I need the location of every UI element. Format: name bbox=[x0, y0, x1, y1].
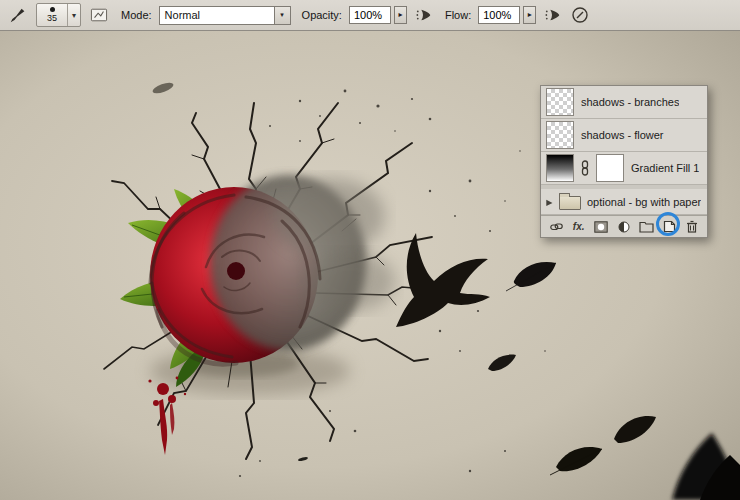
layer-thumbnail[interactable] bbox=[546, 88, 574, 116]
flow-input[interactable] bbox=[478, 6, 520, 24]
brush-tool-icon[interactable] bbox=[7, 4, 29, 26]
layer-name: Gradient Fill 1 bbox=[631, 162, 699, 174]
brush-preset-arrow-icon[interactable]: ▾ bbox=[67, 4, 80, 26]
toggle-brushes-panel-button[interactable] bbox=[88, 5, 110, 25]
brush-preset-picker[interactable]: 35 ▾ bbox=[36, 3, 81, 27]
brush-size-value: 35 bbox=[47, 14, 57, 23]
opacity-label: Opacity: bbox=[302, 9, 342, 21]
mode-label: Mode: bbox=[121, 9, 152, 21]
new-layer-button[interactable] bbox=[660, 219, 678, 235]
layer-row-gradient-fill[interactable]: Gradient Fill 1 bbox=[541, 152, 707, 185]
layers-panel: shadows - branches shadows - flower Grad… bbox=[540, 85, 708, 238]
tablet-pressure-icon[interactable] bbox=[570, 6, 590, 24]
layer-styles-button[interactable]: fx. bbox=[570, 219, 588, 235]
layer-mask-link-icon[interactable] bbox=[581, 160, 589, 176]
blend-mode-select[interactable]: Normal ▾ bbox=[159, 6, 291, 25]
flow-label: Flow: bbox=[445, 9, 471, 21]
expand-group-icon[interactable]: ▶ bbox=[546, 197, 552, 206]
blend-mode-value: Normal bbox=[165, 9, 200, 21]
layer-mask-thumbnail[interactable] bbox=[596, 154, 624, 182]
airbrush-flow-icon[interactable] bbox=[543, 6, 563, 24]
new-adjustment-layer-button[interactable] bbox=[615, 219, 633, 235]
brush-tip-icon bbox=[50, 7, 55, 12]
layer-thumbnail[interactable] bbox=[546, 121, 574, 149]
gradient-fill-thumbnail[interactable] bbox=[546, 154, 574, 182]
link-layers-button[interactable] bbox=[547, 219, 565, 235]
delete-layer-button[interactable] bbox=[683, 219, 701, 235]
brush-preview: 35 bbox=[37, 4, 67, 26]
group-folder-icon bbox=[559, 196, 581, 210]
layer-name: shadows - flower bbox=[581, 129, 664, 141]
layer-name: shadows - branches bbox=[581, 96, 679, 108]
add-layer-mask-button[interactable] bbox=[592, 219, 610, 235]
flow-slider-arrow-icon[interactable]: ▸ bbox=[523, 6, 536, 24]
chevron-down-icon[interactable]: ▾ bbox=[274, 7, 290, 24]
airbrush-opacity-icon[interactable] bbox=[414, 6, 434, 24]
opacity-slider-arrow-icon[interactable]: ▸ bbox=[394, 6, 407, 24]
layer-row-shadows-branches[interactable]: shadows - branches bbox=[541, 86, 707, 119]
layer-group-row-optional-bg[interactable]: ▶ optional - bg with paper bbox=[541, 189, 707, 215]
new-group-button[interactable] bbox=[638, 219, 656, 235]
layer-group-name: optional - bg with paper bbox=[587, 196, 701, 208]
opacity-input[interactable] bbox=[349, 6, 391, 24]
layer-row-shadows-flower[interactable]: shadows - flower bbox=[541, 119, 707, 152]
tool-options-bar: 35 ▾ Mode: Normal ▾ Opacity: ▸ Flow: ▸ bbox=[0, 0, 740, 31]
layers-panel-buttons: fx. bbox=[541, 215, 707, 237]
